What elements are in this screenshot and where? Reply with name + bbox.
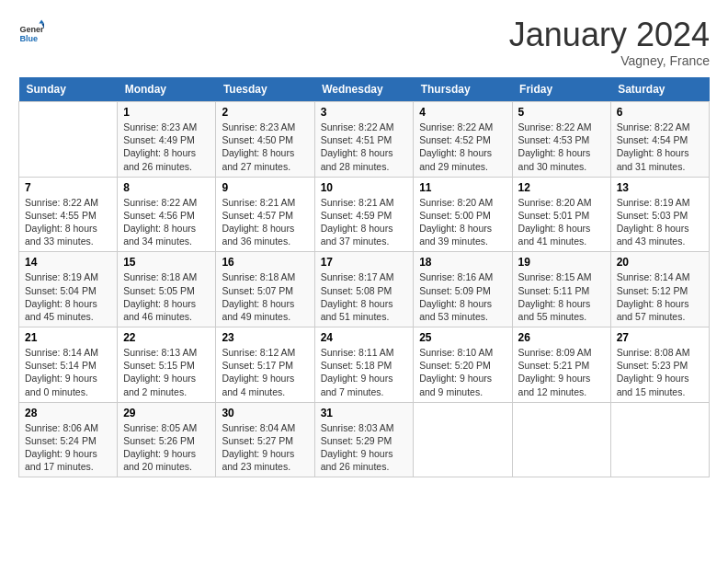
- month-title: January 2024: [509, 18, 710, 52]
- week-row-4: 21 Sunrise: 8:14 AM Sunset: 5:14 PM Dayl…: [19, 327, 710, 403]
- location: Vagney, France: [509, 53, 710, 68]
- day-cell: 21 Sunrise: 8:14 AM Sunset: 5:14 PM Dayl…: [19, 327, 118, 403]
- day-number: 11: [419, 181, 506, 194]
- day-cell: 12 Sunrise: 8:20 AM Sunset: 5:01 PM Dayl…: [512, 177, 610, 252]
- day-number: 12: [518, 181, 605, 194]
- day-number: 10: [321, 181, 408, 194]
- day-number: 24: [321, 331, 408, 344]
- day-info: Sunrise: 8:21 AM Sunset: 4:59 PM Dayligh…: [321, 196, 408, 248]
- day-info: Sunrise: 8:20 AM Sunset: 5:00 PM Dayligh…: [419, 196, 506, 248]
- day-cell: 22 Sunrise: 8:13 AM Sunset: 5:15 PM Dayl…: [118, 327, 216, 403]
- day-info: Sunrise: 8:22 AM Sunset: 4:54 PM Dayligh…: [617, 121, 703, 173]
- day-info: Sunrise: 8:22 AM Sunset: 4:55 PM Dayligh…: [25, 196, 111, 248]
- day-number: 31: [321, 407, 408, 419]
- day-number: 14: [25, 256, 111, 269]
- calendar-header-row: Sunday Monday Tuesday Wednesday Thursday…: [19, 77, 710, 102]
- day-cell: 9 Sunrise: 8:21 AM Sunset: 4:57 PM Dayli…: [216, 177, 314, 252]
- logo-icon: General Blue: [18, 18, 44, 44]
- day-info: Sunrise: 8:21 AM Sunset: 4:57 PM Dayligh…: [222, 196, 308, 248]
- header-thursday: Thursday: [414, 77, 512, 102]
- day-number: 22: [123, 331, 210, 344]
- day-number: 3: [321, 106, 408, 119]
- week-row-5: 28 Sunrise: 8:06 AM Sunset: 5:24 PM Dayl…: [19, 402, 710, 477]
- day-number: 19: [518, 256, 605, 269]
- header-sunday: Sunday: [19, 77, 118, 102]
- day-info: Sunrise: 8:10 AM Sunset: 5:20 PM Dayligh…: [419, 346, 506, 398]
- week-row-1: 1 Sunrise: 8:23 AM Sunset: 4:49 PM Dayli…: [19, 102, 710, 178]
- day-cell: 4 Sunrise: 8:22 AM Sunset: 4:52 PM Dayli…: [414, 102, 512, 178]
- day-info: Sunrise: 8:15 AM Sunset: 5:11 PM Dayligh…: [518, 270, 605, 323]
- day-info: Sunrise: 8:20 AM Sunset: 5:01 PM Dayligh…: [518, 196, 605, 248]
- day-cell: 3 Sunrise: 8:22 AM Sunset: 4:51 PM Dayli…: [314, 102, 414, 178]
- day-number: 8: [123, 181, 210, 194]
- day-number: 4: [419, 106, 506, 119]
- day-cell: 17 Sunrise: 8:17 AM Sunset: 5:08 PM Dayl…: [314, 252, 414, 327]
- day-info: Sunrise: 8:23 AM Sunset: 4:50 PM Dayligh…: [222, 121, 308, 173]
- day-number: 25: [419, 331, 506, 344]
- day-cell: 26 Sunrise: 8:09 AM Sunset: 5:21 PM Dayl…: [512, 327, 610, 403]
- day-info: Sunrise: 8:18 AM Sunset: 5:07 PM Dayligh…: [222, 270, 308, 323]
- day-info: Sunrise: 8:09 AM Sunset: 5:21 PM Dayligh…: [518, 346, 605, 398]
- day-number: 7: [25, 181, 111, 194]
- day-cell: [19, 102, 118, 178]
- day-cell: 28 Sunrise: 8:06 AM Sunset: 5:24 PM Dayl…: [19, 402, 118, 477]
- day-info: Sunrise: 8:19 AM Sunset: 5:04 PM Dayligh…: [25, 270, 111, 323]
- week-row-3: 14 Sunrise: 8:19 AM Sunset: 5:04 PM Dayl…: [19, 252, 710, 327]
- day-cell: [610, 402, 709, 477]
- day-number: 17: [321, 256, 408, 269]
- day-cell: 8 Sunrise: 8:22 AM Sunset: 4:56 PM Dayli…: [118, 177, 216, 252]
- day-number: 2: [222, 106, 308, 119]
- day-number: 23: [222, 331, 308, 344]
- day-number: 29: [123, 407, 210, 419]
- day-cell: 11 Sunrise: 8:20 AM Sunset: 5:00 PM Dayl…: [414, 177, 512, 252]
- day-cell: 10 Sunrise: 8:21 AM Sunset: 4:59 PM Dayl…: [314, 177, 414, 252]
- day-number: 15: [123, 256, 210, 269]
- day-info: Sunrise: 8:14 AM Sunset: 5:12 PM Dayligh…: [617, 270, 703, 323]
- week-row-2: 7 Sunrise: 8:22 AM Sunset: 4:55 PM Dayli…: [19, 177, 710, 252]
- day-cell: 13 Sunrise: 8:19 AM Sunset: 5:03 PM Dayl…: [610, 177, 709, 252]
- header-wednesday: Wednesday: [314, 77, 414, 102]
- day-number: 5: [518, 106, 605, 119]
- day-number: 27: [617, 331, 703, 344]
- day-number: 13: [617, 181, 703, 194]
- day-info: Sunrise: 8:11 AM Sunset: 5:18 PM Dayligh…: [321, 346, 408, 398]
- calendar-table: Sunday Monday Tuesday Wednesday Thursday…: [18, 77, 710, 477]
- svg-text:Blue: Blue: [19, 34, 38, 43]
- day-number: 1: [123, 106, 210, 119]
- day-info: Sunrise: 8:22 AM Sunset: 4:51 PM Dayligh…: [321, 121, 408, 173]
- day-cell: 30 Sunrise: 8:04 AM Sunset: 5:27 PM Dayl…: [216, 402, 314, 477]
- day-cell: 1 Sunrise: 8:23 AM Sunset: 4:49 PM Dayli…: [118, 102, 216, 178]
- day-info: Sunrise: 8:23 AM Sunset: 4:49 PM Dayligh…: [123, 121, 210, 173]
- day-cell: 31 Sunrise: 8:03 AM Sunset: 5:29 PM Dayl…: [314, 402, 414, 477]
- header-tuesday: Tuesday: [216, 77, 314, 102]
- logo: General Blue: [18, 18, 44, 44]
- day-cell: 2 Sunrise: 8:23 AM Sunset: 4:50 PM Dayli…: [216, 102, 314, 178]
- day-cell: 7 Sunrise: 8:22 AM Sunset: 4:55 PM Dayli…: [19, 177, 118, 252]
- header-monday: Monday: [118, 77, 216, 102]
- day-cell: 16 Sunrise: 8:18 AM Sunset: 5:07 PM Dayl…: [216, 252, 314, 327]
- day-cell: 15 Sunrise: 8:18 AM Sunset: 5:05 PM Dayl…: [118, 252, 216, 327]
- day-info: Sunrise: 8:12 AM Sunset: 5:17 PM Dayligh…: [222, 346, 308, 398]
- day-cell: 25 Sunrise: 8:10 AM Sunset: 5:20 PM Dayl…: [414, 327, 512, 403]
- day-number: 18: [419, 256, 506, 269]
- day-info: Sunrise: 8:08 AM Sunset: 5:23 PM Dayligh…: [617, 346, 703, 398]
- day-cell: 20 Sunrise: 8:14 AM Sunset: 5:12 PM Dayl…: [610, 252, 709, 327]
- day-cell: 18 Sunrise: 8:16 AM Sunset: 5:09 PM Dayl…: [414, 252, 512, 327]
- day-cell: 24 Sunrise: 8:11 AM Sunset: 5:18 PM Dayl…: [314, 327, 414, 403]
- day-number: 26: [518, 331, 605, 344]
- day-info: Sunrise: 8:14 AM Sunset: 5:14 PM Dayligh…: [25, 346, 111, 398]
- day-cell: 29 Sunrise: 8:05 AM Sunset: 5:26 PM Dayl…: [118, 402, 216, 477]
- day-number: 9: [222, 181, 308, 194]
- day-info: Sunrise: 8:18 AM Sunset: 5:05 PM Dayligh…: [123, 270, 210, 323]
- title-block: January 2024 Vagney, France: [509, 18, 710, 68]
- day-number: 6: [617, 106, 703, 119]
- day-info: Sunrise: 8:03 AM Sunset: 5:29 PM Dayligh…: [321, 421, 408, 474]
- day-number: 20: [617, 256, 703, 269]
- day-info: Sunrise: 8:22 AM Sunset: 4:56 PM Dayligh…: [123, 196, 210, 248]
- day-info: Sunrise: 8:22 AM Sunset: 4:52 PM Dayligh…: [419, 121, 506, 173]
- day-number: 30: [222, 407, 308, 419]
- day-info: Sunrise: 8:19 AM Sunset: 5:03 PM Dayligh…: [617, 196, 703, 248]
- header-saturday: Saturday: [610, 77, 709, 102]
- page-header: General Blue January 2024 Vagney, France: [18, 18, 710, 68]
- day-number: 16: [222, 256, 308, 269]
